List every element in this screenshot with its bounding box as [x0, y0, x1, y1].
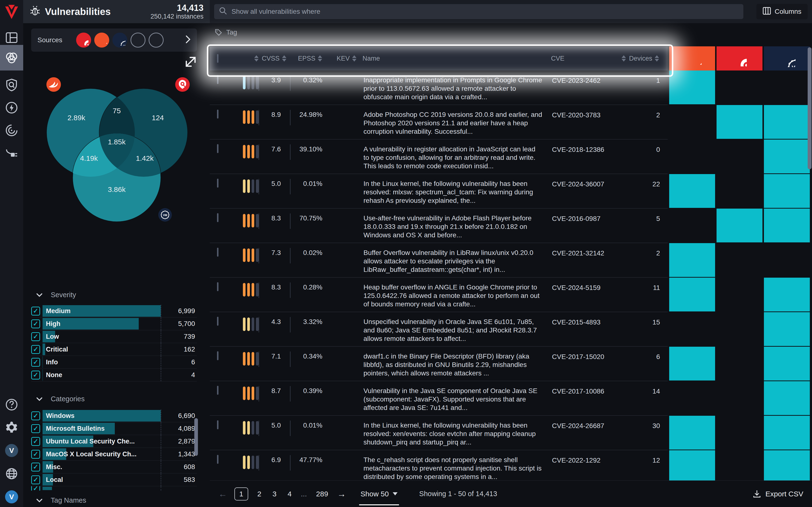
source-cell-vm[interactable]: [764, 243, 810, 278]
source-cell-vm[interactable]: [764, 381, 810, 416]
severity-checkbox[interactable]: ✓: [31, 371, 40, 380]
row-checkbox[interactable]: [217, 179, 218, 187]
vulnerability-name[interactable]: In the Linux kernel, the following vulne…: [363, 179, 542, 205]
select-all-checkbox[interactable]: [217, 54, 218, 63]
sort-severity-icon[interactable]: [254, 55, 259, 62]
cve-id[interactable]: CVE-2020-3783: [552, 110, 601, 119]
source-cell-crowdstrike[interactable]: [669, 450, 715, 481]
source-cell-crowdstrike[interactable]: [669, 243, 715, 278]
vulnerability-name[interactable]: dwarf1.c in the Binary File Descriptor (…: [363, 351, 542, 377]
lightning-icon[interactable]: [0, 99, 23, 116]
vulnerability-name[interactable]: Vulnerability in the Java SE component o…: [363, 386, 542, 412]
search-bar[interactable]: [214, 4, 743, 19]
source-cell-qualys[interactable]: [717, 347, 762, 381]
column-header-devices[interactable]: Devices: [629, 55, 652, 62]
cve-id[interactable]: CVE-2018-12386: [552, 145, 604, 154]
source-cell-crowdstrike[interactable]: [669, 70, 715, 105]
page-button-3[interactable]: 3: [270, 489, 278, 500]
help-icon[interactable]: [0, 396, 23, 413]
source-cell-vm[interactable]: [764, 450, 810, 481]
user-avatar-secondary[interactable]: V: [0, 488, 23, 506]
cve-id[interactable]: CVE-2023-2462: [552, 75, 601, 84]
cve-id[interactable]: CVE-2022-1292: [552, 455, 601, 464]
source-cell-vm[interactable]: [764, 312, 810, 347]
page-button-289[interactable]: 289: [314, 489, 330, 500]
cve-id[interactable]: CVE-2015-4893: [552, 317, 601, 326]
row-checkbox[interactable]: [217, 110, 218, 119]
vulnerability-name[interactable]: In the Linux kernel, the following vulne…: [363, 420, 542, 446]
sort-epss-icon[interactable]: [318, 55, 322, 62]
cve-id[interactable]: CVE-2017-15020: [552, 351, 604, 361]
category-row[interactable]: ✓Microsoft Bulletins4,089: [31, 422, 197, 435]
severity-section-header[interactable]: Severity: [36, 291, 76, 299]
categories-scrollbar-thumb[interactable]: [194, 418, 198, 456]
column-header-name[interactable]: Name: [362, 55, 380, 62]
category-checkbox[interactable]: ✓: [31, 463, 40, 471]
category-checkbox[interactable]: ✓: [31, 437, 40, 446]
source-cell-crowdstrike[interactable]: [669, 209, 715, 243]
export-csv-button[interactable]: Export CSV: [753, 490, 803, 498]
source-cell-vm[interactable]: [764, 139, 810, 174]
dashboard-icon[interactable]: [0, 29, 23, 46]
sort-cve-icon[interactable]: [621, 55, 626, 62]
vm-source-icon[interactable]: [112, 33, 128, 48]
source-cell-vm[interactable]: [764, 347, 810, 381]
table-row[interactable]: 5.00.01%In the Linux kernel, the followi…: [210, 416, 812, 450]
cve-id[interactable]: CVE-2016-0987: [552, 213, 601, 223]
severity-row[interactable]: ✓Medium6,999: [31, 305, 197, 318]
column-header-cve[interactable]: CVE: [551, 55, 564, 62]
source-cell-qualys[interactable]: [717, 381, 762, 416]
source-cell-crowdstrike[interactable]: [669, 139, 715, 174]
row-checkbox[interactable]: [217, 213, 218, 222]
source-cell-qualys[interactable]: [717, 70, 762, 105]
source-cell-qualys[interactable]: [717, 105, 762, 139]
column-header-epss[interactable]: EPSS: [298, 55, 315, 62]
empty-source-slot[interactable]: [131, 33, 146, 48]
page-size-select[interactable]: Show 50: [361, 481, 398, 507]
source-cell-vm[interactable]: [764, 416, 810, 450]
category-row[interactable]: ✓Misc.608: [31, 461, 197, 473]
vulnerability-name[interactable]: The c_rehash script does not properly sa…: [363, 455, 542, 481]
source-cell-vm[interactable]: [764, 105, 810, 139]
source-cell-crowdstrike[interactable]: [669, 105, 715, 139]
cve-id[interactable]: CVE-2017-10086: [552, 386, 604, 395]
crowdstrike-source-icon[interactable]: [94, 33, 109, 48]
source-cell-qualys[interactable]: [717, 450, 762, 481]
source-cell-crowdstrike[interactable]: [669, 416, 715, 450]
severity-checkbox[interactable]: ✓: [31, 345, 40, 354]
cve-id[interactable]: CVE-2024-5159: [552, 282, 601, 292]
column-header-kev[interactable]: KEV: [337, 55, 350, 62]
source-cell-qualys[interactable]: [717, 209, 762, 243]
category-checkbox[interactable]: ✓: [31, 486, 40, 491]
severity-row[interactable]: ✓None4: [31, 369, 197, 382]
source-cell-crowdstrike[interactable]: [669, 312, 715, 347]
source-cell-qualys[interactable]: [717, 312, 762, 347]
row-checkbox[interactable]: [217, 351, 218, 360]
table-row[interactable]: 8.370.75%Use-after-free vulnerability in…: [210, 209, 812, 243]
qualys-source-icon[interactable]: [76, 33, 91, 48]
table-scrollbar-thumb[interactable]: [808, 47, 812, 169]
cve-id[interactable]: CVE-2024-26687: [552, 420, 604, 430]
globe-icon[interactable]: [0, 465, 23, 483]
source-cell-crowdstrike[interactable]: [669, 174, 715, 209]
source-cell-crowdstrike[interactable]: [669, 347, 715, 381]
table-row[interactable]: 3.90.32%Inappropriate implementation in …: [210, 70, 812, 105]
page-button-4[interactable]: 4: [286, 489, 294, 500]
severity-row[interactable]: ✓Critical162: [31, 343, 197, 356]
row-checkbox[interactable]: [217, 144, 218, 153]
row-checkbox[interactable]: [217, 317, 218, 326]
severity-row[interactable]: ✓High5,700: [31, 318, 197, 330]
column-header-cvss[interactable]: CVSS: [262, 55, 280, 62]
table-row[interactable]: 4.33.32%Unspecified vulnerability in Ora…: [210, 312, 812, 347]
source-cell-vm[interactable]: [764, 209, 810, 243]
vulnerability-name[interactable]: Buffer Overflow vulnerability in LibRaw …: [363, 248, 542, 274]
sort-devices-icon[interactable]: [655, 55, 659, 62]
table-row[interactable]: 7.639.10%A vulnerability in register all…: [210, 139, 812, 174]
column-header-crowdstrike-icon[interactable]: [669, 46, 715, 70]
severity-checkbox[interactable]: ✓: [31, 320, 40, 328]
table-row[interactable]: 8.70.39%Vulnerability in the Java SE com…: [210, 381, 812, 416]
empty-source-slot[interactable]: [149, 33, 164, 48]
table-row[interactable]: 5.00.01%In the Linux kernel, the followi…: [210, 174, 812, 209]
row-checkbox[interactable]: [217, 282, 218, 291]
expand-icon[interactable]: [186, 57, 195, 66]
